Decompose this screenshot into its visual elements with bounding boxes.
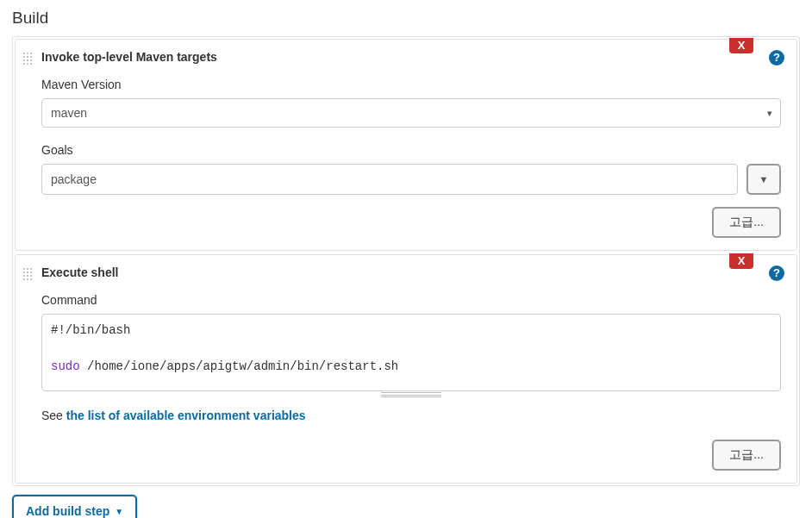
env-vars-hint: See the list of available environment va…: [41, 409, 781, 422]
chevron-down-icon: ▼: [115, 507, 123, 516]
section-title: Build: [12, 9, 800, 28]
code-line: sudo /home/ione/apps/apigtw/admin/bin/re…: [51, 358, 771, 376]
build-step-maven: X ? Invoke top-level Maven targets Maven…: [15, 39, 797, 251]
help-icon[interactable]: ?: [769, 50, 784, 66]
delete-step-button[interactable]: X: [729, 253, 753, 269]
help-icon[interactable]: ?: [769, 265, 784, 281]
advanced-row: 고급...: [41, 440, 781, 471]
advanced-button[interactable]: 고급...: [712, 207, 781, 238]
drag-handle-icon[interactable]: [22, 267, 33, 281]
code-line: [51, 340, 771, 358]
add-step-label: Add build step: [26, 504, 109, 518]
code-text: /home/ione/apps/apigtw/admin/bin/restart…: [80, 359, 399, 373]
code-line: #!/bin/bash: [51, 321, 771, 340]
maven-version-select[interactable]: maven: [41, 98, 781, 128]
command-label: Command: [41, 293, 781, 307]
step-title: Invoke top-level Maven targets: [41, 50, 781, 64]
build-steps-container: X ? Invoke top-level Maven targets Maven…: [12, 36, 800, 486]
advanced-row: 고급...: [41, 207, 781, 238]
goals-dropdown-button[interactable]: ▼: [746, 164, 781, 195]
delete-step-button[interactable]: X: [729, 38, 753, 53]
env-prefix: See: [41, 409, 66, 422]
step-title: Execute shell: [41, 265, 781, 279]
goals-input[interactable]: [41, 164, 738, 195]
command-textarea[interactable]: #!/bin/bashsudo /home/ione/apps/apigtw/a…: [41, 314, 781, 391]
add-build-step-button[interactable]: Add build step ▼: [12, 495, 137, 518]
goals-row: ▼: [41, 164, 781, 195]
keyword-sudo: sudo: [51, 359, 80, 373]
maven-version-label: Maven Version: [41, 78, 781, 91]
advanced-button[interactable]: 고급...: [712, 440, 781, 471]
goals-label: Goals: [41, 143, 781, 157]
env-vars-link[interactable]: the list of available environment variab…: [66, 409, 306, 422]
build-step-shell: X ? Execute shell Command #!/bin/bashsud…: [15, 254, 797, 484]
drag-handle-icon[interactable]: [22, 52, 33, 66]
maven-version-select-wrap: maven ▾: [41, 98, 781, 128]
resize-grip-icon[interactable]: [381, 392, 441, 397]
